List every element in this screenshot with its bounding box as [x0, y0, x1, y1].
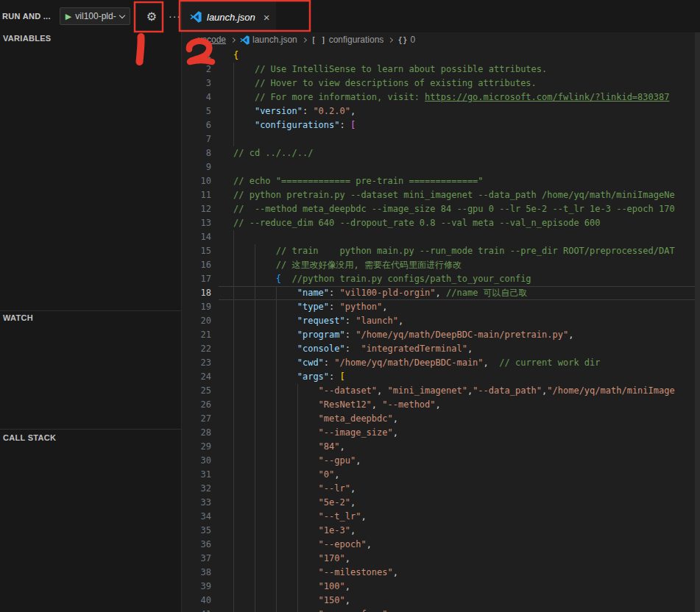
- line-number[interactable]: 4: [182, 90, 219, 104]
- line-number[interactable]: 8: [182, 146, 219, 160]
- code-line-38[interactable]: "--milestones",: [219, 566, 700, 580]
- line-number[interactable]: 18: [182, 286, 219, 300]
- line-number[interactable]: 20: [182, 314, 219, 328]
- line-number[interactable]: 3: [182, 76, 219, 90]
- line-number[interactable]: 31: [182, 468, 219, 482]
- line-number[interactable]: 30: [182, 454, 219, 468]
- line-number[interactable]: 39: [182, 580, 219, 594]
- line-number[interactable]: 7: [182, 132, 219, 146]
- line-number[interactable]: 40: [182, 594, 219, 608]
- code-text: // echo "============= pre-train =======…: [233, 176, 484, 186]
- code-line-8[interactable]: // cd ../../../: [219, 146, 700, 160]
- code-line-25[interactable]: "--dataset", "mini_imagenet","--data_pat…: [219, 384, 700, 398]
- code-line-10[interactable]: // echo "============= pre-train =======…: [219, 174, 700, 188]
- code-line-40[interactable]: "150",: [219, 594, 700, 608]
- code-line-39[interactable]: "100",: [219, 580, 700, 594]
- code-line-29[interactable]: "84",: [219, 440, 700, 454]
- code-line-41[interactable]: "--save_freq",: [219, 608, 700, 612]
- line-number[interactable]: 21: [182, 328, 219, 342]
- line-number[interactable]: 2: [182, 63, 219, 76]
- line-number[interactable]: 37: [182, 552, 219, 566]
- editor-scrollbar[interactable]: [695, 32, 700, 612]
- line-number[interactable]: 13: [182, 216, 219, 230]
- code-line-31[interactable]: "0",: [219, 468, 700, 482]
- line-number[interactable]: 15: [182, 244, 219, 258]
- code-line-36[interactable]: "--epoch",: [219, 538, 700, 552]
- code-line-15[interactable]: // train python main.py --run_mode train…: [219, 244, 700, 258]
- line-number[interactable]: 32: [182, 482, 219, 496]
- line-number[interactable]: 24: [182, 370, 219, 384]
- line-number[interactable]: 29: [182, 440, 219, 454]
- line-number[interactable]: 16: [182, 258, 219, 272]
- line-number-gutter[interactable]: 1234567891011121314151617181920212223242…: [182, 49, 219, 612]
- code-text: "--save_freq",: [233, 609, 393, 612]
- line-number[interactable]: 33: [182, 496, 219, 510]
- more-actions-icon[interactable]: ···: [169, 10, 181, 22]
- line-number[interactable]: 26: [182, 398, 219, 412]
- code-line-1[interactable]: {: [219, 49, 700, 63]
- line-number[interactable]: 9: [182, 160, 219, 174]
- code-line-27[interactable]: "meta_deepbdc",: [219, 412, 700, 426]
- line-number[interactable]: 1: [182, 49, 219, 63]
- breadcrumb-item-configurations[interactable]: [ ]configurations: [311, 35, 384, 45]
- line-number[interactable]: 23: [182, 356, 219, 370]
- line-number[interactable]: 25: [182, 384, 219, 398]
- code-line-5[interactable]: "version": "0.2.0",: [219, 104, 700, 118]
- code-line-7[interactable]: [219, 132, 700, 146]
- line-number[interactable]: 41: [182, 608, 219, 612]
- code-line-34[interactable]: "--t_lr",: [219, 510, 700, 524]
- comment-link[interactable]: https://go.microsoft.com/fwlink/?linkid=…: [425, 92, 669, 102]
- code-line-9[interactable]: [219, 160, 700, 174]
- launch-config-dropdown[interactable]: ▶ vil100-pld-: [60, 7, 130, 25]
- code-line-35[interactable]: "1e-3",: [219, 524, 700, 538]
- line-number[interactable]: 22: [182, 342, 219, 356]
- line-number[interactable]: 6: [182, 118, 219, 132]
- code-line-19[interactable]: "type": "python",: [219, 300, 700, 314]
- line-number[interactable]: 35: [182, 524, 219, 538]
- code-line-2[interactable]: // Use IntelliSense to learn about possi…: [219, 63, 700, 76]
- code-line-26[interactable]: "ResNet12", "--method",: [219, 398, 700, 412]
- code-line-28[interactable]: "--image_size",: [219, 426, 700, 440]
- line-number[interactable]: 12: [182, 202, 219, 216]
- code-line-13[interactable]: // --reduce_dim 640 --dropout_rate 0.8 -…: [219, 216, 700, 230]
- tab-launch-json[interactable]: launch.json ×: [182, 0, 276, 32]
- breadcrumb-item-launch.json[interactable]: launch.json: [240, 35, 297, 45]
- code-line-23[interactable]: "cwd": "/home/yq/math/DeepBDC-main", // …: [219, 356, 700, 370]
- code-line-21[interactable]: "program": "/home/yq/math/DeepBDC-main/p…: [219, 328, 700, 342]
- code-line-14[interactable]: [219, 230, 700, 244]
- line-number[interactable]: 27: [182, 412, 219, 426]
- debug-start-icon[interactable]: ▶: [66, 13, 71, 21]
- section-call-stack[interactable]: CALL STACK: [3, 433, 56, 442]
- close-icon[interactable]: ×: [264, 12, 270, 23]
- breadcrumb-item-vscode[interactable]: vscode: [198, 35, 226, 45]
- code-line-16[interactable]: // 这里改好像没用, 需要在代码里面进行修改: [219, 258, 700, 272]
- line-number[interactable]: 38: [182, 566, 219, 580]
- breadcrumb-item-0[interactable]: {}0: [397, 35, 415, 45]
- code-line-37[interactable]: "170",: [219, 552, 700, 566]
- code-line-33[interactable]: "5e-2",: [219, 496, 700, 510]
- line-number[interactable]: 34: [182, 510, 219, 524]
- code-line-20[interactable]: "request": "launch",: [219, 314, 700, 328]
- code-line-30[interactable]: "--gpu",: [219, 454, 700, 468]
- line-number[interactable]: 36: [182, 538, 219, 552]
- section-variables[interactable]: VARIABLES: [3, 34, 51, 43]
- code-line-3[interactable]: // Hover to view descriptions of existin…: [219, 76, 700, 90]
- line-number[interactable]: 28: [182, 426, 219, 440]
- section-watch[interactable]: WATCH: [3, 313, 33, 322]
- line-number[interactable]: 5: [182, 104, 219, 118]
- code-line-24[interactable]: "args": [: [219, 370, 700, 384]
- code-line-22[interactable]: "console": "integratedTerminal",: [219, 342, 700, 356]
- line-number[interactable]: 19: [182, 300, 219, 314]
- gear-icon[interactable]: ⚙: [146, 10, 157, 24]
- code-line-32[interactable]: "--lr",: [219, 482, 700, 496]
- line-number[interactable]: 14: [182, 230, 219, 244]
- code-line-6[interactable]: "configurations": [: [219, 118, 700, 132]
- code-line-4[interactable]: // For more information, visit: https://…: [219, 90, 700, 104]
- code-line-18[interactable]: "name": "vil100-pld-orgin", //name 可以自己取: [219, 286, 700, 300]
- code-line-17[interactable]: { //python train.py configs/path_to_your…: [219, 272, 700, 286]
- line-number[interactable]: 11: [182, 188, 219, 202]
- code-line-12[interactable]: // --method meta_deepbdc --image_size 84…: [219, 202, 700, 216]
- line-number[interactable]: 10: [182, 174, 219, 188]
- code-line-11[interactable]: // python pretrain.py --dataset mini_ima…: [219, 188, 700, 202]
- line-number[interactable]: 17: [182, 272, 219, 286]
